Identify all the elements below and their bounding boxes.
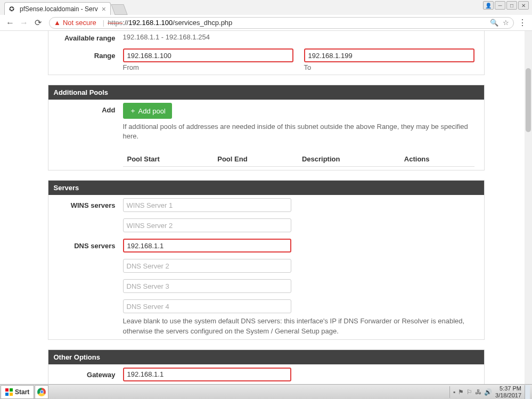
pfsense-favicon: ✪ [9, 5, 17, 13]
forward-button[interactable]: → [18, 17, 30, 29]
wins-server-2-input[interactable] [123, 218, 292, 232]
tray-monitor-icon[interactable]: ▪ [453, 388, 455, 396]
dns-help-text: Leave blank to use the system default DN… [123, 316, 474, 336]
start-button[interactable]: Start [1, 385, 34, 399]
pool-table: Pool Start Pool End Description Actions [123, 152, 474, 167]
close-window-button[interactable]: ✕ [518, 1, 529, 10]
tab-close-icon[interactable]: × [102, 5, 106, 13]
pool-end-header: Pool End [213, 152, 298, 167]
additional-pools-header: Additional Pools [48, 85, 484, 100]
add-pool-label: Add [48, 103, 123, 167]
system-clock[interactable]: 5:37 PM 3/18/2017 [495, 385, 521, 398]
back-button[interactable]: ← [4, 17, 16, 29]
available-range-label: Available range [48, 31, 123, 42]
chrome-taskbar-icon[interactable] [35, 385, 48, 399]
windows-logo-icon [5, 388, 13, 396]
add-pool-button[interactable]: ＋ Add pool [123, 103, 172, 119]
tray-security-icon[interactable]: ⚑ [458, 388, 464, 396]
add-pool-help: If additional pools of addresses are nee… [123, 122, 474, 141]
servers-header: Servers [48, 181, 484, 195]
reload-button[interactable]: ⟳ [32, 17, 44, 29]
wins-servers-label: WINS servers [48, 198, 123, 212]
tray-flag-icon[interactable]: ⚐ [466, 388, 472, 396]
range-from-input[interactable] [123, 48, 293, 62]
gateway-input[interactable] [123, 368, 292, 381]
available-range-value: 192.168.1.1 - 192.168.1.254 [123, 31, 474, 41]
range-from-sublabel: From [123, 63, 293, 71]
dns-server-2-input[interactable] [123, 259, 292, 273]
pool-description-header: Description [298, 152, 400, 167]
pool-start-header: Pool Start [123, 152, 214, 167]
dns-server-1-input[interactable] [123, 239, 292, 253]
security-warning-icon: ▲ [54, 19, 61, 27]
tab-title: pfSense.localdomain - Serv [20, 5, 100, 13]
scroll-thumb[interactable] [526, 68, 531, 132]
security-label: Not secure [63, 19, 96, 27]
bookmark-star-icon[interactable]: ☆ [503, 19, 509, 27]
dns-server-4-input[interactable] [123, 299, 292, 313]
url-scheme: https [108, 19, 122, 27]
dns-servers-label: DNS servers [48, 239, 123, 253]
address-bar[interactable]: ▲ Not secure | https://192.168.1.100/ser… [49, 17, 514, 29]
plus-icon: ＋ [129, 106, 136, 116]
browser-tab[interactable]: ✪ pfSense.localdomain - Serv × [4, 2, 111, 15]
other-options-header: Other Options [48, 350, 484, 364]
user-switch-icon[interactable]: 👤 [483, 1, 494, 10]
windows-taskbar: Start ▪ ⚑ ⚐ 🖧 🔊 5:37 PM 3/18/2017 [0, 384, 532, 399]
zoom-icon[interactable]: 🔍 [490, 19, 498, 27]
minimize-button[interactable]: ─ [495, 1, 505, 10]
page-viewport: Available range 192.168.1.1 - 192.168.1.… [0, 31, 532, 384]
vertical-scrollbar[interactable] [525, 31, 532, 384]
maximize-button[interactable]: □ [506, 1, 517, 10]
range-label: Range [48, 48, 123, 71]
range-to-input[interactable] [304, 48, 474, 62]
range-to-sublabel: To [304, 63, 474, 71]
dns-server-3-input[interactable] [123, 279, 292, 293]
new-tab-button[interactable] [111, 4, 127, 15]
wins-server-1-input[interactable] [123, 198, 292, 212]
tray-volume-icon[interactable]: 🔊 [484, 388, 492, 396]
tray-network-icon[interactable]: 🖧 [475, 388, 481, 396]
pool-actions-header: Actions [400, 152, 474, 167]
gateway-label: Gateway [48, 368, 123, 384]
show-desktop-button[interactable] [525, 385, 530, 399]
chrome-menu-button[interactable]: ⋮ [517, 18, 528, 28]
